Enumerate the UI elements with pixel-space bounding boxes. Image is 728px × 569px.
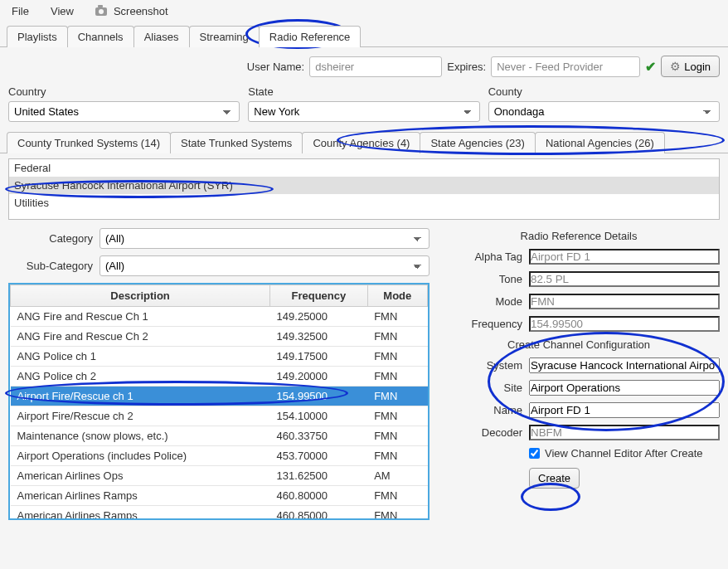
login-row: User Name: Expires: ✔ ⚙ Login <box>0 47 728 84</box>
tab-playlists[interactable]: Playlists <box>7 26 68 47</box>
agency-item[interactable]: Federal <box>9 159 719 177</box>
table-row[interactable]: Maintenance (snow plows, etc.)460.33750F… <box>11 426 428 446</box>
mode-field <box>529 294 720 309</box>
cell: FMN <box>367 387 427 406</box>
cell: FMN <box>367 406 427 426</box>
country-label: Country <box>8 85 240 98</box>
tab-channels[interactable]: Channels <box>67 26 134 47</box>
decoder-label: Decoder <box>438 426 522 439</box>
county-select[interactable]: Onondaga <box>488 101 720 122</box>
cell: ANG Fire and Rescue Ch 2 <box>11 327 270 347</box>
table-row[interactable]: American Airlines Ramps460.80000FMN <box>11 486 428 506</box>
agency-item[interactable]: Syracuse Hancock International Airport (… <box>9 177 719 194</box>
table-row[interactable]: ANG Fire and Rescue Ch 2149.32500FMN <box>11 327 428 347</box>
cell: FMN <box>367 307 427 327</box>
cell: 460.80000 <box>270 486 368 506</box>
cell: FMN <box>367 506 427 521</box>
subcategory-select[interactable]: (All) <box>99 255 430 276</box>
name-field[interactable] <box>529 402 720 418</box>
name-label: Name <box>438 404 522 416</box>
table-row[interactable]: ANG Police ch 1149.17500FMN <box>11 347 428 367</box>
cell: Airport Operations (includes Police) <box>11 446 270 466</box>
cell: American Airlines Ramps <box>11 486 270 506</box>
menu-screenshot-label: Screenshot <box>114 5 168 17</box>
state-label: State <box>248 85 479 98</box>
menu-file[interactable]: File <box>8 3 32 19</box>
tab-aliases[interactable]: Aliases <box>133 26 190 47</box>
agency-item[interactable]: Utilities <box>9 194 719 212</box>
cell: FMN <box>367 347 427 367</box>
table-row[interactable]: American Airlines Ops131.62500AM <box>11 466 428 486</box>
category-select[interactable]: (All) <box>99 228 430 249</box>
cell: Airport Fire/Rescue ch 2 <box>11 406 270 426</box>
menubar: File View Screenshot <box>0 0 728 22</box>
camera-icon <box>95 7 107 16</box>
gear-icon: ⚙ <box>670 60 681 73</box>
country-select[interactable]: United States <box>8 101 240 122</box>
username-field[interactable] <box>309 56 442 77</box>
expires-field <box>491 56 640 77</box>
cell: 460.85000 <box>270 506 368 521</box>
login-button-label: Login <box>684 61 711 73</box>
cell: Airport Fire/Rescue ch 1 <box>11 387 270 406</box>
username-label: User Name: <box>247 61 304 73</box>
site-label: Site <box>438 382 522 394</box>
table-row[interactable]: Airport Operations (includes Police)453.… <box>11 446 428 466</box>
create-title: Create Channel Configuration <box>438 338 720 351</box>
agency-listbox[interactable]: FederalSyracuse Hancock International Ai… <box>8 158 720 220</box>
cell: American Airlines Ops <box>11 466 270 486</box>
cell: 149.25000 <box>270 307 368 327</box>
create-button[interactable]: Create <box>529 468 580 489</box>
cell: 149.32500 <box>270 327 368 347</box>
table-row[interactable]: Airport Fire/Rescue ch 1154.99500FMN <box>11 387 428 406</box>
cell: American Airlines Ramps <box>11 506 270 521</box>
site-field[interactable] <box>529 380 720 396</box>
col-description[interactable]: Description <box>11 285 270 307</box>
subtab-3[interactable]: State Agencies (23) <box>420 132 535 153</box>
cell: 460.33750 <box>270 426 368 446</box>
system-label: System <box>438 359 522 372</box>
col-frequency[interactable]: Frequency <box>270 285 368 307</box>
tone-field <box>529 271 720 287</box>
cell: AM <box>367 466 427 486</box>
table-row[interactable]: American Airlines Ramps460.85000FMN <box>11 506 428 521</box>
tab-radio-reference[interactable]: Radio Reference <box>259 26 362 47</box>
alpha-field <box>529 249 720 265</box>
cell: FMN <box>367 446 427 466</box>
subtab-4[interactable]: National Agencies (26) <box>535 132 665 153</box>
table-row[interactable]: Airport Fire/Rescue ch 2154.10000FMN <box>11 406 428 426</box>
subtab-2[interactable]: County Agencies (4) <box>302 132 420 153</box>
cell: Maintenance (snow plows, etc.) <box>11 426 270 446</box>
subtab-1[interactable]: State Trunked Systems <box>170 132 303 153</box>
login-button[interactable]: ⚙ Login <box>661 56 720 77</box>
cell: 149.17500 <box>270 347 368 367</box>
tab-streaming[interactable]: Streaming <box>189 26 260 47</box>
cell: 154.10000 <box>270 406 368 426</box>
menu-view[interactable]: View <box>47 3 77 19</box>
menu-screenshot[interactable]: Screenshot <box>92 3 172 19</box>
freq-field <box>529 316 720 332</box>
cell: 131.62500 <box>270 466 368 486</box>
channel-table: DescriptionFrequencyMode ANG Fire and Re… <box>10 284 428 520</box>
state-select[interactable]: New York <box>248 101 479 122</box>
agency-tabbar: County Trunked Systems (14)State Trunked… <box>0 129 728 153</box>
main-tabbar: PlaylistsChannelsAliasesStreamingRadio R… <box>0 22 728 47</box>
table-row[interactable]: ANG Police ch 2149.20000FMN <box>11 367 428 387</box>
subcategory-label: Sub-Category <box>8 260 93 272</box>
channel-table-wrap[interactable]: DescriptionFrequencyMode ANG Fire and Re… <box>8 283 430 520</box>
alpha-label: Alpha Tag <box>438 250 522 263</box>
col-mode[interactable]: Mode <box>367 285 427 307</box>
system-field[interactable] <box>529 357 720 373</box>
cell: FMN <box>367 367 427 387</box>
cell: FMN <box>367 327 427 347</box>
cell: ANG Police ch 2 <box>11 367 270 387</box>
details-title: Radio Reference Details <box>438 230 720 242</box>
view-editor-checkbox[interactable] <box>529 448 540 459</box>
county-label: County <box>488 85 720 98</box>
table-row[interactable]: ANG Fire and Rescue Ch 1149.25000FMN <box>11 307 428 327</box>
subtab-0[interactable]: County Trunked Systems (14) <box>7 132 171 153</box>
expires-label: Expires: <box>447 61 486 73</box>
tone-label: Tone <box>438 273 522 285</box>
view-editor-label: View Channel Editor After Create <box>545 447 703 460</box>
checkmark-icon: ✔ <box>645 59 656 75</box>
